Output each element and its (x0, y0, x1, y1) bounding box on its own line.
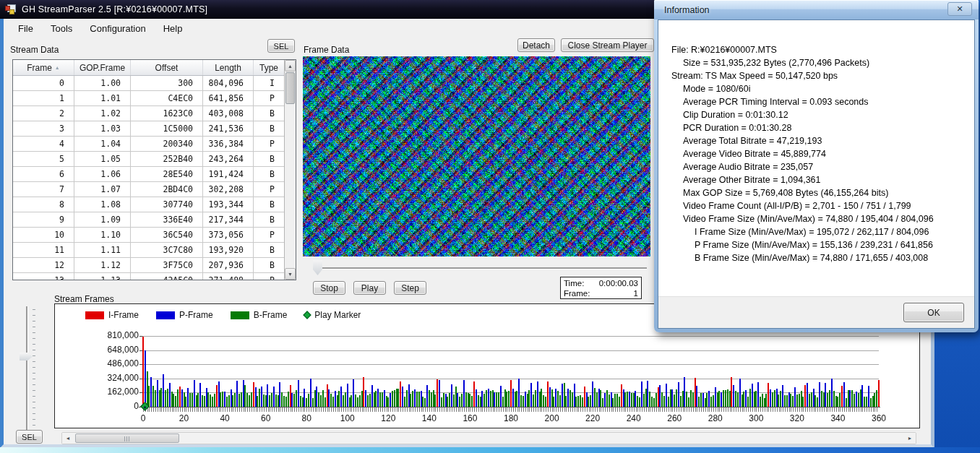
column-header-frame[interactable]: Frame▲ (13, 60, 74, 75)
menu-item-file[interactable]: File (9, 20, 42, 37)
frame-size-bar (386, 396, 387, 407)
ok-button[interactable]: OK (903, 303, 964, 322)
close-icon[interactable]: ✕ (947, 2, 972, 16)
frame-size-bar (747, 397, 749, 407)
scrollbar-thumb[interactable] (75, 433, 179, 443)
stream-data-table[interactable]: Frame▲GOP.FrameOffsetLengthType 01.00300… (12, 59, 296, 280)
frame-size-bar (553, 397, 554, 407)
x-axis-tick-label: 160 (457, 413, 482, 423)
frame-size-bar (267, 384, 268, 407)
detach-button[interactable]: Detach (517, 38, 555, 52)
frame-size-bar (410, 394, 411, 407)
table-cell: 7 (13, 182, 74, 197)
close-stream-player-button[interactable]: Close Stream Player (561, 38, 654, 52)
frame-size-bar (298, 380, 299, 407)
column-header-gop-frame[interactable]: GOP.Frame (74, 60, 131, 75)
frame-size-bar (574, 384, 575, 407)
frame-size-bar (606, 390, 608, 407)
table-row[interactable]: 111.113C7C80193,920B (13, 243, 285, 258)
table-row[interactable]: 91.09336E40217,344B (13, 212, 285, 228)
seek-slider-thumb[interactable] (313, 260, 322, 275)
zoom-slider-vertical[interactable] (17, 306, 38, 431)
scroll-left-icon[interactable]: ◄ (62, 433, 74, 444)
stop-button[interactable]: Stop (313, 281, 345, 295)
column-header-offset[interactable]: Offset (131, 60, 203, 75)
frame-size-bar (651, 397, 653, 407)
menu-item-configuration[interactable]: Configuration (81, 20, 154, 37)
frame-size-bar (241, 392, 242, 407)
table-row[interactable]: 41.04200340336,384P (13, 137, 285, 152)
table-cell: 4 (13, 137, 74, 151)
chart-horizontal-scrollbar[interactable]: ◄ ► (61, 432, 916, 444)
table-cell: 1.02 (74, 106, 131, 121)
frame-size-bar (492, 390, 494, 407)
frame-size-bar (465, 392, 467, 407)
y-axis-tick-label: 0 (88, 402, 139, 411)
seek-slider-track[interactable] (320, 267, 647, 269)
table-row[interactable]: 21.021623C0403,008B (13, 106, 285, 121)
table-row[interactable]: 51.05252B40243,264B (13, 152, 285, 167)
column-header-length[interactable]: Length (203, 60, 254, 75)
frame-size-bar (304, 389, 305, 407)
frame-size-bar (357, 397, 358, 407)
frame-size-bar (478, 395, 479, 407)
frame-size-bar (774, 390, 775, 407)
table-row[interactable]: 31.031C5000241,536B (13, 121, 285, 137)
menu-item-help[interactable]: Help (155, 20, 192, 37)
legend-item-I: I-Frame (85, 310, 139, 320)
legend-label: Play Marker (314, 310, 361, 320)
column-header-type[interactable]: Type (254, 60, 285, 75)
table-row[interactable]: 101.1036C540373,056P (13, 228, 285, 243)
frame-size-bar (754, 392, 755, 407)
frame-size-bar (827, 393, 828, 407)
menu-item-tools[interactable]: Tools (42, 20, 81, 37)
frame-size-bar (255, 387, 257, 407)
frame-size-bar (592, 381, 593, 407)
frame-size-bar (455, 387, 457, 407)
play-button[interactable]: Play (353, 281, 386, 295)
column-header-label: GOP.Frame (79, 63, 125, 73)
stream-data-sel-button[interactable]: SEL (267, 39, 295, 53)
frame-size-bar (224, 392, 225, 407)
table-vertical-scrollbar[interactable]: ▲ ▼ (284, 60, 296, 280)
table-row[interactable]: 121.123F75C0207,936B (13, 258, 285, 273)
legend-label: B-Frame (254, 310, 288, 320)
scroll-up-icon[interactable]: ▲ (285, 60, 296, 72)
scrollbar-thumb[interactable] (285, 72, 295, 104)
frame-size-bar (257, 396, 258, 407)
table-row[interactable]: 81.08307740193,344B (13, 197, 285, 212)
table-row[interactable]: 11.01C4EC0641,856P (13, 91, 285, 106)
gridline (140, 379, 879, 379)
scroll-down-icon[interactable]: ▼ (285, 268, 296, 280)
scroll-right-icon[interactable]: ► (904, 433, 916, 444)
frame-size-bar (445, 394, 447, 407)
table-cell: 11 (13, 243, 74, 257)
frame-size-bar (804, 385, 806, 407)
table-row[interactable]: 71.072BD4C0302,208P (13, 182, 285, 197)
frame-size-bar (582, 397, 583, 407)
frame-size-bar (337, 395, 338, 407)
step-button[interactable]: Step (394, 281, 426, 295)
frame-size-bar (379, 392, 381, 407)
column-header-label: Frame (27, 63, 52, 73)
table-cell: 1.11 (74, 243, 131, 257)
table-row[interactable]: 131.1342A5C0271,488P (13, 273, 285, 280)
frame-size-bar (363, 377, 364, 407)
frame-size-bar (755, 391, 757, 407)
frame-size-bar (874, 393, 875, 407)
table-row[interactable]: 61.0628E540191,424B (13, 167, 285, 182)
frame-size-bar (537, 381, 538, 407)
gridline (140, 350, 879, 351)
dialog-title-bar: Information (654, 0, 979, 20)
column-header-label: Type (259, 63, 278, 73)
p-frame-swatch (156, 311, 175, 319)
frame-size-bar (541, 389, 542, 407)
frame-size-bar (535, 390, 536, 407)
stream-frames-sel-button[interactable]: SEL (16, 430, 43, 444)
table-row[interactable]: 01.00300804,096I (13, 76, 285, 91)
frame-size-bar (764, 398, 765, 407)
frame-size-bar (406, 390, 408, 407)
frame-size-bar (604, 393, 606, 407)
zoom-slider-thumb[interactable] (20, 353, 33, 361)
table-cell: 271,488 (203, 273, 254, 280)
